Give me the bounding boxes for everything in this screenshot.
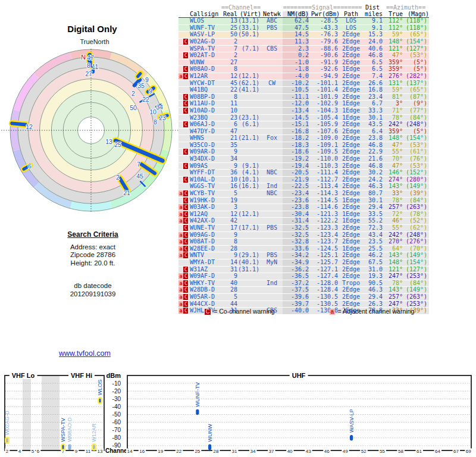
cell-mi: 46.2 xyxy=(362,252,383,259)
cell-nm: -18.2 xyxy=(283,135,309,142)
signal-strength-chart: VHF LoVHF HiUHFdBm-10-20-30-40-50-60-70-… xyxy=(0,370,476,457)
cell-t: 276° xyxy=(383,73,403,80)
cell-pwr: -105.9 xyxy=(309,121,340,129)
radar-channel-label: 12 xyxy=(26,123,33,130)
warning-flags xyxy=(178,59,189,66)
cell-real: 14 xyxy=(221,259,237,266)
col-miles: miles xyxy=(362,11,383,18)
dbm-tick-label: -50 xyxy=(112,411,121,418)
cell-pwr: -92.6 xyxy=(309,66,340,73)
co-channel-warning-icon: C xyxy=(183,73,188,79)
channel-tick-label: 61 xyxy=(416,449,422,454)
cell-mi: 46.3 xyxy=(362,183,383,190)
co-channel-warning-icon: C xyxy=(183,252,188,258)
cell-pwr: -76.3 xyxy=(309,32,340,39)
cell-nm: -23.4 xyxy=(283,190,309,198)
cell-pwr: -130.5 xyxy=(309,301,340,308)
cell-t: 247° xyxy=(383,301,403,308)
cell-nm: -37.2 xyxy=(283,280,309,287)
db-datecode-label: db datecode xyxy=(0,282,186,290)
cell-pwr: -101.1 xyxy=(309,80,340,87)
radar-channel-label: 50 xyxy=(130,104,137,111)
cell-virt: (10.1) xyxy=(237,176,261,183)
cell-m: (70°) xyxy=(403,245,429,252)
cell-virt: (12.1) xyxy=(237,73,261,80)
cell-nm: -22.5 xyxy=(283,183,309,190)
co-channel-warning-icon: C xyxy=(183,149,188,155)
cell-mi: 72.3 xyxy=(362,225,383,232)
cell-net: ABC xyxy=(261,18,283,25)
cell-net xyxy=(261,156,283,163)
cell-nm: -15.1 xyxy=(283,121,309,129)
warning-flags: C xyxy=(178,197,189,204)
channel-tick-label: 37 xyxy=(269,449,274,454)
co-channel-warning-icon: C xyxy=(183,198,188,204)
cell-path: 2Edge xyxy=(340,128,362,135)
cell-cs: WNTV xyxy=(189,252,221,259)
cell-cs: WUNE-TV xyxy=(189,225,221,232)
cell-path: LOS xyxy=(340,24,362,32)
warning-flags xyxy=(178,170,189,177)
vhf-lo-label: VHF Lo xyxy=(12,372,35,379)
signal-bar-label: W08AO-D xyxy=(67,417,73,442)
cell-nm: -21.9 xyxy=(283,176,309,183)
cell-nm: -18.3 xyxy=(283,142,309,149)
adjacent-channel-warning-icon: a xyxy=(178,218,183,224)
cell-mi: 26.3 xyxy=(362,301,383,308)
table-row: aCW12AR12(12.1)-4.0-94.92Edge7.4276°(282… xyxy=(178,73,429,80)
cell-virt xyxy=(237,128,261,135)
adjacent-channel-warning-icon: a xyxy=(178,204,183,210)
channel-tick-label: 11 xyxy=(86,449,91,454)
cell-net xyxy=(261,107,283,114)
radar-channel-label: 9 xyxy=(149,87,152,95)
cell-path: 2Edge xyxy=(340,32,362,39)
cell-mi: 90.5 xyxy=(362,280,383,287)
col-path: Path xyxy=(340,11,362,18)
cell-real: 13 xyxy=(221,18,237,25)
cell-m: (65°) xyxy=(403,32,429,39)
radar-channel-label: 8 xyxy=(87,62,90,69)
cell-mi: 40.6 xyxy=(362,45,383,52)
channel-tick-label: 28 xyxy=(213,449,218,454)
col-netwk: Netwk xyxy=(261,11,283,18)
cell-m: (118°) xyxy=(403,24,429,32)
table-row: aCW42AX-D42-31.4-122.21Edge55.246°(52°) xyxy=(178,218,429,225)
cell-t: 46° xyxy=(383,218,403,225)
channel-tick-label: 58 xyxy=(398,449,403,454)
cell-pwr: -121.3 xyxy=(309,211,340,218)
cell-real: 3 xyxy=(221,204,237,211)
warning-flags: aC xyxy=(178,308,189,315)
signal-table-area: ==Channel== ========Signal======== Dist … xyxy=(178,5,452,326)
cell-nm: 11.3 xyxy=(283,38,309,45)
tvfool-link[interactable]: www.tvfool.com xyxy=(59,349,111,358)
cell-virt: (6.1) xyxy=(237,121,261,129)
header-signal-group: ========Signal======== xyxy=(283,5,362,11)
cell-t: 47° xyxy=(383,52,403,60)
cell-net xyxy=(261,59,283,66)
cell-cs: WUNF-TV xyxy=(189,24,221,32)
cell-t: 131° xyxy=(383,80,403,87)
band-gap xyxy=(23,376,31,450)
cell-virt xyxy=(237,245,261,252)
adjacent-channel-warning-icon: a xyxy=(178,246,183,252)
cell-net: PBS xyxy=(261,24,283,32)
cell-pwr: -128.0 xyxy=(309,280,340,287)
cell-virt: (17.1) xyxy=(237,225,261,232)
cell-nm: -12.0 xyxy=(283,101,309,108)
cell-path: 2Edge xyxy=(340,293,362,301)
cell-cs: WCYB-TV xyxy=(189,190,221,198)
cell-virt: (50.1) xyxy=(237,32,261,39)
signal-bar-label: WUNW xyxy=(207,424,213,442)
table-row: CW09AR-D9-18.6-109.52Edge22.955°(61°) xyxy=(178,149,429,156)
channel-tick-label: 13 xyxy=(98,449,103,454)
cell-mi: 29.4 xyxy=(362,204,383,211)
radar-channel-label: 13 xyxy=(105,138,112,145)
cell-t: 47° xyxy=(383,162,403,170)
cell-mi: 23.4 xyxy=(362,93,383,101)
cell-cs: W08AT-D xyxy=(189,239,221,246)
adjacent-channel-warning-icon: a xyxy=(178,73,183,79)
cell-t: 270° xyxy=(383,239,403,246)
cell-t: 64° xyxy=(383,245,403,252)
adjacent-channel-warning-icon: a xyxy=(178,239,183,245)
cell-mi: 46.8 xyxy=(362,162,383,170)
